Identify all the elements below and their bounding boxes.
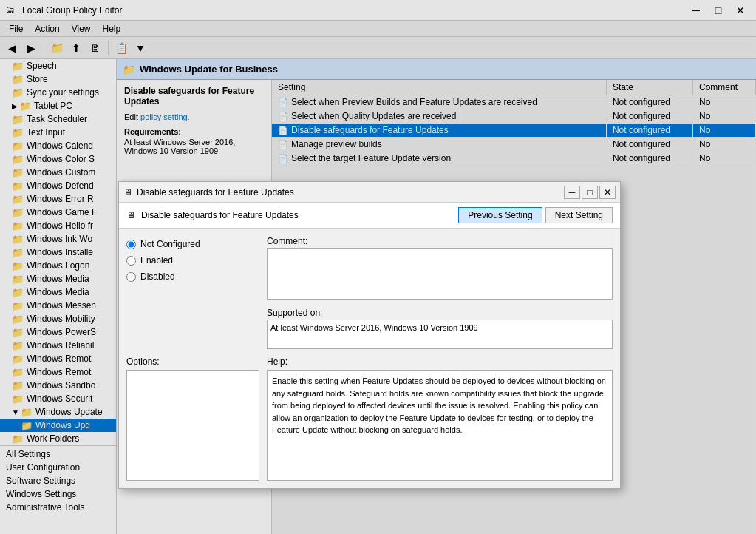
modal-right-panel: Comment: Supported on: At least Windows …: [267, 236, 613, 349]
comment-label: Comment:: [267, 236, 613, 246]
options-box: [126, 370, 259, 481]
radio-not-configured[interactable]: Not Configured: [126, 239, 259, 249]
modal-overlay: 🖥 Disable safeguards for Feature Updates…: [0, 0, 756, 534]
next-setting-button[interactable]: Next Setting: [545, 207, 613, 223]
options-label: Options:: [126, 356, 259, 367]
radio-enabled[interactable]: Enabled: [126, 255, 259, 266]
radio-disabled-input[interactable]: [126, 272, 136, 282]
radio-not-configured-input[interactable]: [126, 240, 136, 249]
supported-box: At least Windows Server 2016, Windows 10…: [267, 320, 613, 349]
modal-close-button[interactable]: ✕: [599, 186, 616, 199]
modal-header-setting: Disable safeguards for Feature Updates: [141, 210, 299, 220]
radio-disabled-label: Disabled: [140, 271, 175, 282]
modal-header-icon: 🖥: [126, 210, 135, 220]
radio-enabled-input[interactable]: [126, 256, 136, 266]
help-label: Help:: [267, 356, 613, 367]
modal-dialog: 🖥 Disable safeguards for Feature Updates…: [118, 181, 621, 489]
modal-title: Disable safeguards for Feature Updates: [137, 187, 294, 197]
modal-titlebar: 🖥 Disable safeguards for Feature Updates…: [119, 182, 620, 203]
modal-maximize-button[interactable]: □: [582, 186, 598, 199]
help-panel: Help: Enable this setting when Feature U…: [267, 356, 613, 481]
modal-radio-panel: Not Configured Enabled Disabled: [126, 236, 259, 349]
comment-section: Comment:: [267, 236, 613, 302]
modal-title-icon: 🖥: [123, 187, 132, 197]
options-panel: Options:: [126, 356, 259, 481]
radio-group: Not Configured Enabled Disabled: [126, 239, 259, 282]
modal-minimize-button[interactable]: ─: [564, 186, 580, 199]
modal-bottom: Options: Help: Enable this setting when …: [119, 356, 620, 488]
modal-nav-buttons: Previous Setting Next Setting: [458, 207, 613, 223]
help-box: Enable this setting when Feature Updates…: [267, 370, 613, 481]
supported-section: Supported on: At least Windows Server 20…: [267, 308, 613, 349]
previous-setting-button[interactable]: Previous Setting: [458, 207, 542, 223]
modal-controls: ─ □ ✕: [564, 186, 616, 199]
comment-textarea[interactable]: [267, 248, 613, 300]
radio-disabled[interactable]: Disabled: [126, 271, 259, 282]
radio-enabled-label: Enabled: [140, 255, 173, 266]
radio-not-configured-label: Not Configured: [140, 239, 200, 249]
modal-body: Not Configured Enabled Disabled Comment:: [119, 229, 620, 356]
supported-label: Supported on:: [267, 308, 613, 318]
modal-header: 🖥 Disable safeguards for Feature Updates…: [119, 203, 620, 229]
